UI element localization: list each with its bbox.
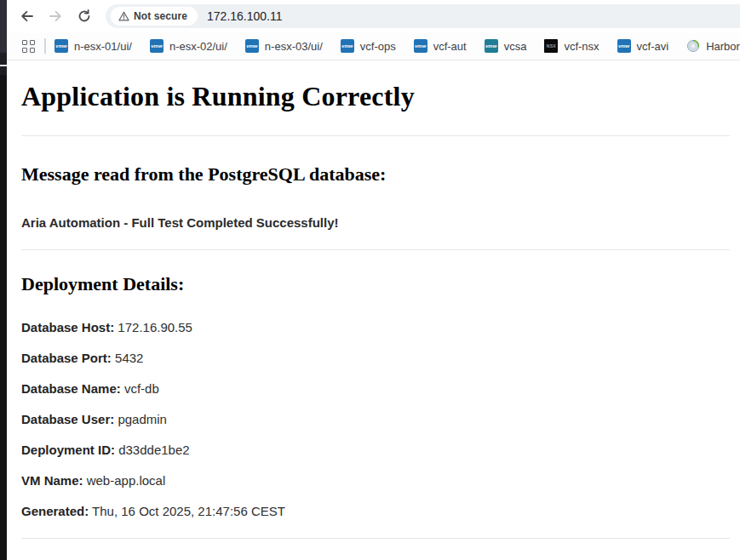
reload-button[interactable] (70, 2, 99, 31)
message-heading: Message read from the PostgreSQL databas… (21, 163, 730, 186)
detail-vm-name: VM Name: web-app.local (21, 474, 730, 488)
bookmark-n-esx-02[interactable]: vmw n-esx-02/ui/ (150, 39, 227, 53)
divider (21, 135, 730, 136)
bookmark-vcf-aut[interactable]: vmw vcf-aut (414, 39, 467, 53)
detail-database-host: Database Host: 172.16.90.55 (21, 321, 730, 334)
apps-button[interactable] (15, 35, 41, 57)
bookmark-vcsa[interactable]: vmw vcsa (485, 39, 527, 53)
bookmark-vcf-avi[interactable]: vmw vcf-avi (617, 39, 669, 53)
background-window-edge (0, 0, 7, 560)
nsx-favicon: NSX (544, 39, 558, 53)
page-title: Application is Running Correctly (21, 81, 730, 112)
detail-label: Generated: (21, 504, 89, 518)
bookmark-label: n-esx-01/ui/ (74, 40, 132, 53)
warning-triangle-icon (118, 11, 129, 21)
detail-label: Database Name: (21, 381, 121, 396)
vmware-favicon: vmw (54, 39, 68, 53)
bookmark-label: vcf-avi (637, 40, 669, 53)
detail-value: 5432 (112, 351, 144, 365)
apps-grid-icon (22, 40, 35, 53)
detail-label: Database Host: (21, 320, 114, 334)
detail-database-port: Database Port: 5432 (21, 351, 730, 365)
security-chip[interactable]: Not secure (111, 7, 198, 26)
address-bar[interactable]: Not secure 172.16.100.11 (106, 4, 740, 28)
detail-label: Deployment ID: (21, 443, 115, 457)
bookmark-harbor[interactable]: Harbor (686, 39, 740, 53)
bookmark-n-esx-03[interactable]: vmw n-esx-03/ui/ (245, 39, 323, 53)
background-window-edge-bottom (0, 75, 7, 560)
detail-value: d33dde1be2 (115, 443, 190, 457)
bookmark-label: vcf-nsx (564, 40, 599, 53)
bookmarks-divider (44, 38, 46, 54)
bookmark-label: n-esx-03/ui/ (265, 40, 323, 53)
detail-generated: Generated: Thu, 16 Oct 2025, 21:47:56 CE… (21, 505, 730, 518)
divider (21, 538, 730, 539)
detail-database-name: Database Name: vcf-db (21, 382, 730, 396)
url-text[interactable]: 172.16.100.11 (207, 9, 283, 23)
detail-deployment-id: Deployment ID: d33dde1be2 (21, 443, 730, 457)
detail-value: vcf-db (121, 381, 159, 396)
bookmark-label: n-esx-02/ui/ (169, 40, 227, 53)
divider (21, 249, 730, 250)
background-window-edge-mid (0, 53, 7, 75)
bookmark-n-esx-01[interactable]: vmw n-esx-01/ui/ (54, 39, 132, 53)
bookmark-label: Harbor (706, 40, 740, 53)
vmware-favicon: vmw (617, 39, 631, 53)
detail-label: VM Name: (21, 473, 83, 488)
page-content: Application is Running Correctly Message… (7, 81, 740, 539)
detail-value: Thu, 16 Oct 2025, 21:47:56 CEST (89, 504, 285, 518)
reload-icon (77, 9, 91, 23)
bookmark-vcf-ops[interactable]: vmw vcf-ops (341, 39, 396, 53)
vmware-favicon: vmw (245, 39, 259, 53)
back-button[interactable] (12, 2, 41, 31)
vmware-favicon: vmw (341, 39, 354, 53)
details-heading: Deployment Details: (21, 273, 730, 295)
database-message: Aria Automation - Full Test Completed Su… (21, 216, 730, 230)
bookmark-label: vcsa (504, 40, 527, 53)
detail-value: pgadmin (114, 412, 167, 426)
browser-toolbar: Not secure 172.16.100.11 (7, 0, 740, 32)
detail-database-user: Database User: pgadmin (21, 413, 730, 426)
forward-icon (49, 9, 63, 23)
bookmark-vcf-nsx[interactable]: NSX vcf-nsx (544, 39, 599, 53)
forward-button[interactable] (41, 2, 70, 31)
vmware-teal-favicon: vmw (485, 39, 498, 53)
browser-window: Not secure 172.16.100.11 vmw n-esx-01/ui… (0, 0, 740, 560)
harbor-favicon (686, 39, 700, 53)
detail-value: 172.16.90.55 (114, 320, 192, 334)
detail-label: Database Port: (21, 351, 112, 365)
bookmark-label: vcf-ops (360, 40, 396, 53)
deployment-details-list: Database Host: 172.16.90.55 Database Por… (21, 321, 730, 518)
background-window-edge-top (0, 0, 7, 53)
back-icon (20, 9, 34, 23)
security-chip-label: Not secure (134, 10, 187, 22)
bookmarks-bar: vmw n-esx-01/ui/ vmw n-esx-02/ui/ vmw n-… (7, 32, 740, 60)
detail-value: web-app.local (83, 473, 166, 488)
bookmark-label: vcf-aut (433, 40, 467, 53)
vmware-favicon: vmw (414, 39, 427, 53)
detail-label: Database User: (21, 412, 114, 426)
vmware-favicon: vmw (150, 39, 163, 53)
